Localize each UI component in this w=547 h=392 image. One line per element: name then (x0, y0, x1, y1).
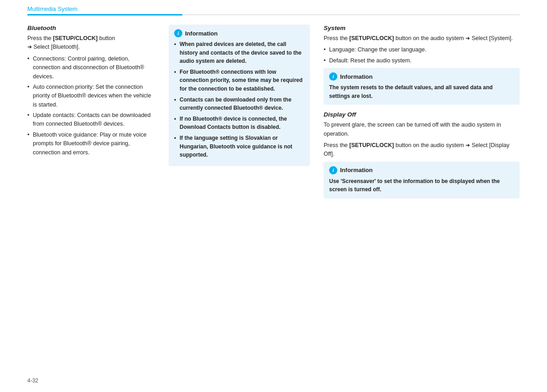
system-arrow: ➜ (465, 34, 470, 43)
system-intro: Press the [SETUP/CLOCK] button on the au… (324, 34, 520, 43)
info-icon-bluetooth: i (174, 29, 182, 37)
info-bullet-2: For Bluetooth® connections with low conn… (174, 68, 304, 93)
bluetooth-intro: Press the [SETUP/CLOCK] button➜ Select [… (27, 34, 155, 52)
display-off-text1: To prevent glare, the screen can be turn… (324, 121, 520, 138)
info-icon-display: i (329, 166, 337, 174)
page-header: Multimedia System (0, 0, 547, 15)
info-bullet-1: When paired devices are deleted, the cal… (174, 40, 304, 66)
system-intro-bold1: [SETUP/CLOCK] (349, 35, 394, 41)
header-title: Multimedia System (27, 5, 520, 12)
bluetooth-intro-line2: Select [Bluetooth]. (32, 44, 80, 50)
info-box-system-header: i Information (329, 72, 514, 81)
system-bullet-1: Language: Change the user language. (324, 46, 520, 54)
display-off-text2-2: button on the audio system (394, 142, 465, 148)
col-middle: i Information When paired devices are de… (169, 25, 310, 205)
header-line-blue (27, 14, 182, 15)
display-off-text2: Press the [SETUP/CLOCK] button on the au… (324, 141, 520, 159)
info-box-display-title: Information (340, 167, 373, 173)
info-bullet-4: If no Bluetooth® device is connected, th… (174, 115, 304, 132)
info-icon-system: i (329, 72, 337, 81)
info-bullets-bluetooth: When paired devices are deleted, the cal… (174, 40, 304, 159)
info-box-system-title: Information (340, 73, 373, 80)
display-off-text2-1: Press the (324, 142, 349, 148)
header-line-gray (182, 15, 520, 15)
page-number: 4-32 (27, 377, 38, 384)
bluetooth-intro-bold1: [SETUP/CLOCK] (53, 35, 98, 41)
main-content: Bluetooth Press the [SETUP/CLOCK] button… (0, 25, 547, 205)
display-off-arrow: ➜ (465, 141, 470, 150)
info-box-system-text: The system resets to the default values,… (329, 83, 514, 100)
info-box-bluetooth-title: Information (185, 30, 218, 37)
system-bullets: Language: Change the user language. Defa… (324, 46, 520, 65)
info-box-bluetooth-header: i Information (174, 29, 304, 37)
info-box-display: i Information Use 'Screensaver' to set t… (324, 162, 520, 199)
bluetooth-intro-text2: button (98, 35, 115, 41)
bluetooth-bullet-2: Auto connection priority: Set the connec… (27, 83, 155, 109)
display-off-bold: [SETUP/CLOCK] (349, 142, 394, 148)
info-bullet-5: If the language setting is Slovakian or … (174, 134, 304, 159)
bluetooth-bullet-3: Update contacts: Contacts can be downloa… (27, 111, 155, 129)
bluetooth-intro-text1: Press the (27, 35, 53, 41)
bluetooth-arrow: ➜ (27, 43, 32, 51)
system-intro-text2: button on the audio system (394, 35, 465, 41)
system-bullet-2: Default: Reset the audio system. (324, 56, 520, 65)
info-box-display-header: i Information (329, 166, 514, 174)
bluetooth-bullet-1: Connections: Control pairing, deletion, … (27, 55, 155, 81)
system-heading: System (324, 25, 520, 31)
system-intro-text3: Select [System]. (470, 35, 513, 41)
info-box-display-text: Use 'Screensaver' to set the information… (329, 177, 514, 194)
header-divider (27, 14, 520, 15)
info-box-system: i Information The system resets to the d… (324, 68, 520, 105)
info-box-bluetooth: i Information When paired devices are de… (169, 25, 310, 166)
bluetooth-heading: Bluetooth (27, 25, 155, 31)
display-off-heading: Display Off (324, 111, 520, 118)
col-left: Bluetooth Press the [SETUP/CLOCK] button… (27, 25, 155, 205)
col-right: System Press the [SETUP/CLOCK] button on… (324, 25, 520, 205)
info-bullet-3: Contacts can be downloaded only from the… (174, 96, 304, 112)
bluetooth-bullet-4: Bluetooth voice guidance: Play or mute v… (27, 131, 155, 157)
page-container: Multimedia System Bluetooth Press the [S… (0, 0, 547, 392)
bluetooth-bullets: Connections: Control pairing, deletion, … (27, 55, 155, 157)
system-intro-text1: Press the (324, 35, 349, 41)
